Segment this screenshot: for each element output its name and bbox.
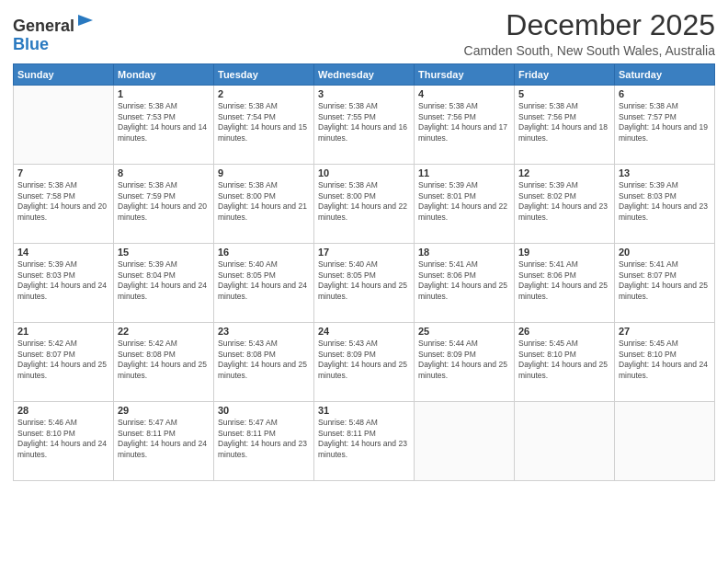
- day-number: 11: [418, 167, 510, 178]
- day-number: 27: [619, 326, 711, 337]
- day-info: Sunrise: 5:39 AMSunset: 8:02 PMDaylight:…: [518, 180, 610, 223]
- calendar-week-row: 14Sunrise: 5:39 AMSunset: 8:03 PMDayligh…: [14, 244, 715, 323]
- calendar-week-row: 1Sunrise: 5:38 AMSunset: 7:53 PMDaylight…: [14, 86, 715, 165]
- calendar-cell: 13Sunrise: 5:39 AMSunset: 8:03 PMDayligh…: [615, 165, 715, 244]
- calendar-cell: [415, 402, 515, 481]
- day-number: 23: [218, 326, 310, 337]
- day-info: Sunrise: 5:39 AMSunset: 8:01 PMDaylight:…: [418, 180, 510, 223]
- calendar-cell: [515, 402, 615, 481]
- day-info: Sunrise: 5:45 AMSunset: 8:10 PMDaylight:…: [518, 339, 610, 381]
- weekday-header-sunday: Sunday: [14, 64, 114, 86]
- day-number: 2: [218, 88, 310, 99]
- weekday-header-monday: Monday: [114, 64, 214, 86]
- day-number: 24: [318, 326, 410, 337]
- svg-marker-0: [78, 15, 93, 26]
- day-info: Sunrise: 5:40 AMSunset: 8:05 PMDaylight:…: [318, 259, 410, 302]
- calendar-cell: 18Sunrise: 5:41 AMSunset: 8:06 PMDayligh…: [415, 244, 515, 323]
- calendar-cell: 28Sunrise: 5:46 AMSunset: 8:10 PMDayligh…: [14, 402, 114, 481]
- day-number: 30: [218, 405, 310, 416]
- day-info: Sunrise: 5:38 AMSunset: 8:00 PMDaylight:…: [218, 180, 310, 223]
- calendar-cell: 26Sunrise: 5:45 AMSunset: 8:10 PMDayligh…: [515, 323, 615, 402]
- title-block: December 2025 Camden South, New South Wa…: [464, 9, 715, 58]
- calendar-cell: 23Sunrise: 5:43 AMSunset: 8:08 PMDayligh…: [214, 323, 314, 402]
- calendar-cell: 7Sunrise: 5:38 AMSunset: 7:58 PMDaylight…: [14, 165, 114, 244]
- day-number: 16: [218, 247, 310, 258]
- day-info: Sunrise: 5:40 AMSunset: 8:05 PMDaylight:…: [218, 259, 310, 302]
- day-number: 7: [17, 167, 109, 178]
- day-number: 9: [218, 167, 310, 178]
- day-number: 31: [318, 405, 410, 416]
- day-number: 29: [118, 405, 210, 416]
- calendar-cell: [615, 402, 715, 481]
- day-info: Sunrise: 5:41 AMSunset: 8:06 PMDaylight:…: [518, 259, 610, 302]
- calendar-cell: 3Sunrise: 5:38 AMSunset: 7:55 PMDaylight…: [314, 86, 415, 165]
- day-number: 28: [17, 405, 109, 416]
- calendar-cell: 19Sunrise: 5:41 AMSunset: 8:06 PMDayligh…: [515, 244, 615, 323]
- calendar-cell: 9Sunrise: 5:38 AMSunset: 8:00 PMDaylight…: [214, 165, 314, 244]
- day-info: Sunrise: 5:48 AMSunset: 8:11 PMDaylight:…: [318, 418, 410, 460]
- calendar-cell: 10Sunrise: 5:38 AMSunset: 8:00 PMDayligh…: [314, 165, 415, 244]
- day-info: Sunrise: 5:38 AMSunset: 7:57 PMDaylight:…: [619, 101, 711, 144]
- weekday-header-friday: Friday: [515, 64, 615, 86]
- day-number: 13: [619, 167, 711, 178]
- day-number: 15: [118, 247, 210, 258]
- day-info: Sunrise: 5:46 AMSunset: 8:10 PMDaylight:…: [17, 418, 109, 460]
- day-info: Sunrise: 5:38 AMSunset: 7:59 PMDaylight:…: [118, 180, 210, 223]
- weekday-header-wednesday: Wednesday: [314, 64, 415, 86]
- day-info: Sunrise: 5:47 AMSunset: 8:11 PMDaylight:…: [118, 418, 210, 460]
- logo-flag-icon: [76, 13, 95, 31]
- day-info: Sunrise: 5:44 AMSunset: 8:09 PMDaylight:…: [418, 339, 510, 381]
- day-info: Sunrise: 5:42 AMSunset: 8:08 PMDaylight:…: [118, 339, 210, 381]
- calendar-cell: 5Sunrise: 5:38 AMSunset: 7:56 PMDaylight…: [515, 86, 615, 165]
- day-number: 5: [518, 88, 610, 99]
- day-number: 26: [518, 326, 610, 337]
- calendar-cell: 15Sunrise: 5:39 AMSunset: 8:04 PMDayligh…: [114, 244, 214, 323]
- day-number: 1: [118, 88, 210, 99]
- day-info: Sunrise: 5:38 AMSunset: 7:56 PMDaylight:…: [418, 101, 510, 144]
- calendar-table: SundayMondayTuesdayWednesdayThursdayFrid…: [13, 63, 715, 481]
- calendar-cell: 29Sunrise: 5:47 AMSunset: 8:11 PMDayligh…: [114, 402, 214, 481]
- calendar-cell: 22Sunrise: 5:42 AMSunset: 8:08 PMDayligh…: [114, 323, 214, 402]
- calendar-cell: 12Sunrise: 5:39 AMSunset: 8:02 PMDayligh…: [515, 165, 615, 244]
- weekday-header-tuesday: Tuesday: [214, 64, 314, 86]
- weekday-header-row: SundayMondayTuesdayWednesdayThursdayFrid…: [14, 64, 715, 86]
- day-number: 4: [418, 88, 510, 99]
- calendar-cell: 31Sunrise: 5:48 AMSunset: 8:11 PMDayligh…: [314, 402, 415, 481]
- calendar-cell: 20Sunrise: 5:41 AMSunset: 8:07 PMDayligh…: [615, 244, 715, 323]
- day-number: 17: [318, 247, 410, 258]
- day-number: 22: [118, 326, 210, 337]
- day-number: 10: [318, 167, 410, 178]
- weekday-header-thursday: Thursday: [415, 64, 515, 86]
- calendar-week-row: 28Sunrise: 5:46 AMSunset: 8:10 PMDayligh…: [14, 402, 715, 481]
- day-info: Sunrise: 5:41 AMSunset: 8:06 PMDaylight:…: [418, 259, 510, 302]
- calendar-cell: [14, 86, 114, 165]
- calendar-cell: 30Sunrise: 5:47 AMSunset: 8:11 PMDayligh…: [214, 402, 314, 481]
- day-info: Sunrise: 5:42 AMSunset: 8:07 PMDaylight:…: [17, 339, 109, 381]
- day-number: 14: [17, 247, 109, 258]
- day-number: 6: [619, 88, 711, 99]
- logo: General Blue: [13, 13, 95, 54]
- day-info: Sunrise: 5:39 AMSunset: 8:04 PMDaylight:…: [118, 259, 210, 302]
- calendar-cell: 27Sunrise: 5:45 AMSunset: 8:10 PMDayligh…: [615, 323, 715, 402]
- day-number: 18: [418, 247, 510, 258]
- day-number: 21: [17, 326, 109, 337]
- logo-general-text: General: [13, 17, 74, 35]
- day-info: Sunrise: 5:39 AMSunset: 8:03 PMDaylight:…: [619, 180, 711, 223]
- calendar-cell: 17Sunrise: 5:40 AMSunset: 8:05 PMDayligh…: [314, 244, 415, 323]
- calendar-cell: 21Sunrise: 5:42 AMSunset: 8:07 PMDayligh…: [14, 323, 114, 402]
- calendar-cell: 2Sunrise: 5:38 AMSunset: 7:54 PMDaylight…: [214, 86, 314, 165]
- calendar-cell: 4Sunrise: 5:38 AMSunset: 7:56 PMDaylight…: [415, 86, 515, 165]
- calendar-cell: 25Sunrise: 5:44 AMSunset: 8:09 PMDayligh…: [415, 323, 515, 402]
- day-info: Sunrise: 5:45 AMSunset: 8:10 PMDaylight:…: [619, 339, 711, 381]
- header: General Blue December 2025 Camden South,…: [13, 9, 715, 58]
- day-info: Sunrise: 5:43 AMSunset: 8:09 PMDaylight:…: [318, 339, 410, 381]
- calendar-cell: 16Sunrise: 5:40 AMSunset: 8:05 PMDayligh…: [214, 244, 314, 323]
- day-info: Sunrise: 5:38 AMSunset: 7:55 PMDaylight:…: [318, 101, 410, 144]
- day-info: Sunrise: 5:39 AMSunset: 8:03 PMDaylight:…: [17, 259, 109, 302]
- day-info: Sunrise: 5:38 AMSunset: 7:58 PMDaylight:…: [17, 180, 109, 223]
- day-number: 3: [318, 88, 410, 99]
- calendar-week-row: 21Sunrise: 5:42 AMSunset: 8:07 PMDayligh…: [14, 323, 715, 402]
- day-info: Sunrise: 5:38 AMSunset: 7:54 PMDaylight:…: [218, 101, 310, 144]
- day-number: 8: [118, 167, 210, 178]
- calendar-cell: 14Sunrise: 5:39 AMSunset: 8:03 PMDayligh…: [14, 244, 114, 323]
